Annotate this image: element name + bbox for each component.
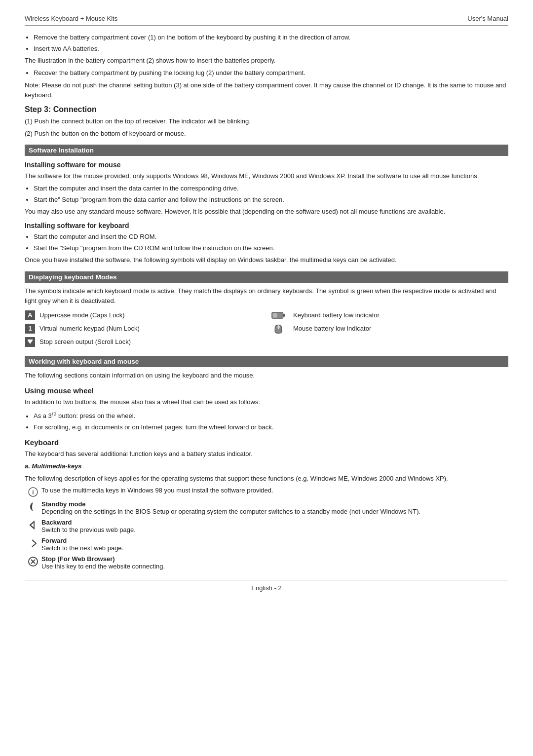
svg-text:i: i bbox=[32, 489, 34, 496]
info-note-row: i To use the multimedia keys in Windows … bbox=[25, 487, 508, 497]
svg-rect-2 bbox=[28, 340, 33, 340]
modes-left: A Uppercase mode (Caps Lock) 1 Virtual n… bbox=[25, 310, 262, 350]
mouse-wheel-title: Using mouse wheel bbox=[25, 386, 508, 395]
info-note-text: To use the multimedia keys in Windows 98… bbox=[41, 487, 273, 494]
header-left: Wireless Keyboard + Mouse Kits bbox=[25, 15, 117, 22]
working-with-intro: The following sections contain informati… bbox=[25, 371, 508, 380]
mouse-software-bullets: Start the computer and insert the data c… bbox=[34, 184, 508, 204]
key-standby-title: Standby mode bbox=[41, 500, 508, 508]
mouse-wheel-bullets: As a 3rd button: press on the wheel. For… bbox=[34, 410, 508, 432]
step3-title: Step 3: Connection bbox=[25, 105, 508, 114]
key-backward-title: Backward bbox=[41, 519, 508, 526]
page: Wireless Keyboard + Mouse Kits User's Ma… bbox=[0, 0, 533, 756]
caps-lock-icon: A bbox=[25, 310, 36, 321]
scroll-lock-icon bbox=[25, 337, 36, 347]
intro-para1: The illustration in the battery compartm… bbox=[25, 56, 508, 66]
scroll-lock-label: Stop screen output (Scroll Lock) bbox=[39, 337, 131, 347]
multimedia-keys-title: a. Multimedia-keys bbox=[25, 461, 508, 471]
note-text: Note: Please do not push the channel set… bbox=[25, 81, 506, 99]
key-row-backward: Backward Switch to the previous web page… bbox=[25, 519, 508, 533]
mode-row-scroll: Stop screen output (Scroll Lock) bbox=[25, 337, 262, 347]
keyboard-software-bullets: Start the computer and insert the CD ROM… bbox=[34, 232, 508, 253]
list-item: Start the computer and insert the data c… bbox=[34, 184, 508, 193]
key-standby-para: Depending on the settings in the BIOS Se… bbox=[41, 508, 508, 515]
info-circle-icon: i bbox=[25, 487, 41, 497]
num-lock-label: Virtual numeric keypad (Num Lock) bbox=[39, 324, 140, 334]
note-para: Note: Please do not push the channel set… bbox=[25, 80, 508, 100]
mode-row-keyboard-batt: Keyboard battery low indicator bbox=[271, 310, 508, 321]
mouse-battery-icon bbox=[271, 323, 289, 334]
key-row-standby: Standby mode Depending on the settings i… bbox=[25, 500, 508, 515]
mouse-software-title: Installing software for mouse bbox=[25, 161, 508, 169]
mouse-software-para: The software for the mouse provided, onl… bbox=[25, 171, 508, 181]
displaying-modes-intro: The symbols indicate which keyboard mode… bbox=[25, 286, 508, 306]
stop-circle-icon bbox=[25, 556, 41, 567]
list-item: Start the computer and insert the CD ROM… bbox=[34, 232, 508, 242]
num-lock-icon: 1 bbox=[25, 323, 36, 334]
key-stop-para: Use this key to end the website connecti… bbox=[41, 563, 508, 570]
list-item: Recover the battery compartment by pushi… bbox=[34, 68, 508, 78]
mode-row-numlock: 1 Virtual numeric keypad (Num Lock) bbox=[25, 323, 262, 334]
key-row-forward: Forward Switch to the next web page. bbox=[25, 537, 508, 552]
footer-bar: English - 2 bbox=[25, 580, 508, 592]
standby-icon bbox=[25, 501, 41, 513]
keyboard-software-title: Installing software for keyboard bbox=[25, 222, 508, 229]
header-bar: Wireless Keyboard + Mouse Kits User's Ma… bbox=[25, 15, 508, 26]
keyboard-section-title: Keyboard bbox=[25, 438, 508, 447]
key-standby-content: Standby mode Depending on the settings i… bbox=[41, 500, 508, 515]
list-item: Insert two AA batteries. bbox=[34, 44, 508, 54]
key-forward-para: Switch to the next web page. bbox=[41, 544, 508, 552]
backward-icon bbox=[25, 519, 41, 531]
mouse-wheel-para: In addition to two buttons, the mouse al… bbox=[25, 397, 508, 407]
software-installation-banner: Software Installation bbox=[25, 145, 508, 156]
footer-text: English - 2 bbox=[251, 584, 281, 592]
list-item: For scrolling, e.g. in documents or on I… bbox=[34, 422, 508, 432]
list-item: As a 3rd button: press on the wheel. bbox=[34, 410, 508, 421]
keyboard-battery-label: Keyboard battery low indicator bbox=[293, 310, 380, 320]
key-backward-content: Backward Switch to the previous web page… bbox=[41, 519, 508, 533]
key-stop-title: Stop (For Web Browser) bbox=[41, 555, 508, 563]
forward-icon bbox=[25, 537, 41, 549]
list-item: Start the" Setup "program from the data … bbox=[34, 195, 508, 205]
list-item: Remove the battery compartment cover (1)… bbox=[34, 33, 508, 42]
mode-row-mouse-batt: Mouse battery low indicator bbox=[271, 323, 508, 334]
key-stop-content: Stop (For Web Browser) Use this key to e… bbox=[41, 555, 508, 570]
key-forward-content: Forward Switch to the next web page. bbox=[41, 537, 508, 552]
multimedia-keys-para: The following description of keys applie… bbox=[25, 474, 508, 484]
svg-rect-4 bbox=[283, 314, 285, 316]
keyboard-battery-icon bbox=[271, 310, 289, 321]
step3-para1: (1) Push the connect button on the top o… bbox=[25, 116, 508, 126]
displaying-modes-banner: Displaying keyboard Modes bbox=[25, 271, 508, 283]
key-backward-para: Switch to the previous web page. bbox=[41, 526, 508, 533]
list-item: Start the "Setup "program from the CD RO… bbox=[34, 243, 508, 253]
intro-bullets2: Recover the battery compartment by pushi… bbox=[34, 68, 508, 78]
working-with-banner: Working with keyboard and mouse bbox=[25, 356, 508, 367]
keyboard-section-para: The keyboard has several additional func… bbox=[25, 449, 508, 459]
mouse-battery-label: Mouse battery low indicator bbox=[293, 324, 371, 334]
key-forward-title: Forward bbox=[41, 537, 508, 544]
superscript-rd: rd bbox=[52, 411, 57, 416]
keyboard-software-para2: Once you have installed the software, th… bbox=[25, 255, 508, 265]
mouse-software-para2: You may also use any standard mouse soft… bbox=[25, 207, 508, 217]
caps-lock-label: Uppercase mode (Caps Lock) bbox=[39, 310, 125, 320]
step3-para2: (2) Push the button on the bottom of key… bbox=[25, 129, 508, 139]
header-right: User's Manual bbox=[467, 15, 508, 22]
modes-grid: A Uppercase mode (Caps Lock) 1 Virtual n… bbox=[25, 310, 508, 350]
mode-row-caps: A Uppercase mode (Caps Lock) bbox=[25, 310, 262, 321]
key-row-stop: Stop (For Web Browser) Use this key to e… bbox=[25, 555, 508, 570]
intro-bullets: Remove the battery compartment cover (1)… bbox=[34, 33, 508, 53]
modes-right: Keyboard battery low indicator Mouse bat… bbox=[262, 310, 508, 350]
